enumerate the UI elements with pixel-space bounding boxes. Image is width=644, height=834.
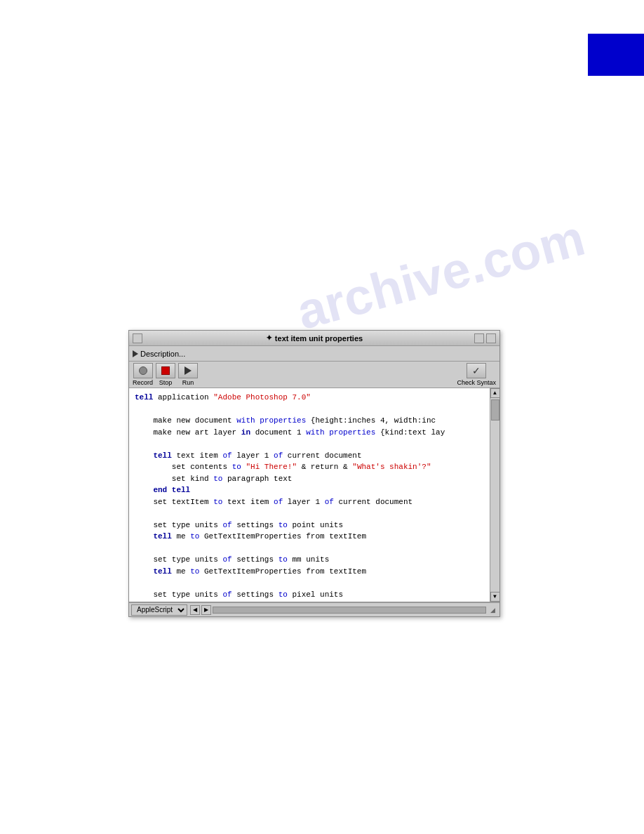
stop-square-icon [161,366,170,375]
title-bar: ✦ text item unit properties [129,331,499,346]
record-button-icon [133,363,153,378]
bottom-bar: AppleScript ◀ ▶ ◢ [129,602,499,616]
maximize-button[interactable] [486,333,496,343]
code-editor[interactable]: tell application "Adobe Photoshop 7.0" m… [129,388,499,602]
scroll-down-arrow[interactable]: ▼ [490,592,500,602]
play-triangle-icon [133,350,138,357]
stop-button[interactable]: Stop [156,363,175,386]
title-bar-controls [133,333,142,343]
description-toolbar: Description... [129,346,499,362]
title-icon: ✦ [266,333,272,343]
watermark: archive.com [290,208,590,340]
horizontal-scrollbar-track[interactable] [213,607,486,614]
code-line-3: make new document with properties {heigh… [135,415,486,427]
code-line-4: make new art layer in document 1 with pr… [135,427,486,439]
record-label: Record [133,379,153,386]
code-line-18: set type units of settings to pixel unit… [135,589,486,601]
run-label: Run [182,379,194,386]
scroll-right-button[interactable]: ▶ [201,605,211,615]
run-button-icon [178,363,198,378]
blue-decoration [588,34,644,76]
close-button[interactable] [133,333,142,343]
run-triangle-icon [185,366,192,375]
vertical-scrollbar[interactable]: ▲ ▼ [490,388,499,602]
code-line-10: set textItem to text item of layer 1 of … [135,496,486,508]
code-line-7: set contents to "Hi There!" & return & "… [135,461,486,473]
script-editor-window: ✦ text item unit properties Description.… [128,330,500,617]
language-select[interactable]: AppleScript [131,604,187,616]
minimize-button[interactable] [474,333,484,343]
horizontal-scroll-controls: ◀ ▶ [190,605,211,615]
code-line-17 [135,577,486,589]
code-line-13: tell me to GetTextItemProperties from te… [135,531,486,543]
check-syntax-label: Check Syntax [457,379,496,386]
record-circle-icon [139,366,147,375]
code-line-9: end tell [135,484,486,496]
stop-button-icon [156,363,175,378]
code-line-11 [135,508,486,519]
code-line-5 [135,438,486,450]
resize-handle[interactable]: ◢ [488,605,497,615]
code-line-16: tell me to GetTextItemProperties from te… [135,566,486,578]
code-line-15: set type units of settings to mm units [135,554,486,566]
code-line-14 [135,543,486,555]
scroll-thumb[interactable] [491,399,499,421]
check-syntax-button[interactable]: ✓ Check Syntax [457,363,496,386]
check-syntax-icon: ✓ [467,363,486,378]
code-line-1: tell application "Adobe Photoshop 7.0" [135,392,486,404]
script-controls: Record Stop Run [133,363,198,386]
code-line-6: tell text item of layer 1 of current doc… [135,450,486,462]
window-title: ✦ text item unit properties [266,333,363,343]
code-line-12: set type units of settings to point unit… [135,519,486,531]
code-line-2 [135,404,486,416]
code-line-8: set kind to paragraph text [135,473,486,485]
scroll-up-arrow[interactable]: ▲ [490,388,500,398]
scroll-left-button[interactable]: ◀ [190,605,200,615]
run-button[interactable]: Run [178,363,198,386]
stop-label: Stop [159,379,173,386]
record-button[interactable]: Record [133,363,153,386]
title-bar-right [474,333,496,343]
description-button[interactable]: Description... [133,350,185,358]
button-bar: Record Stop Run ✓ Check Syntax [129,362,499,388]
